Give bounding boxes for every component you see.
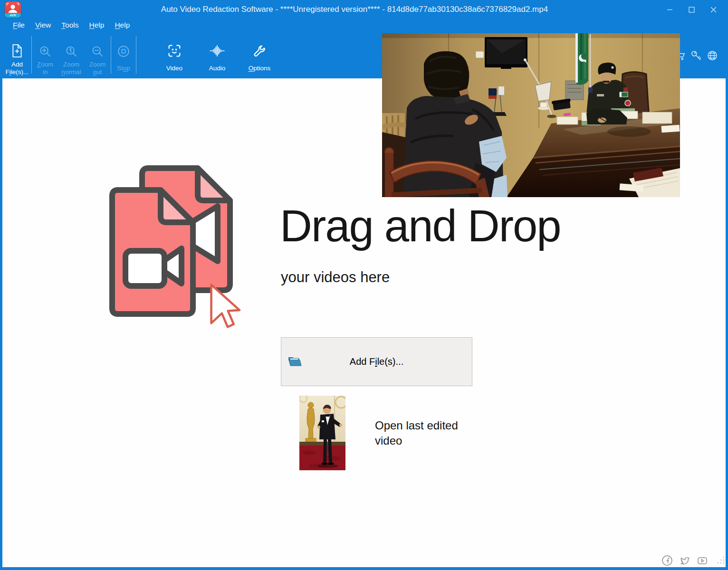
- app-icon: AVR: [5, 1, 21, 18]
- zoom-normal-icon: [64, 32, 78, 58]
- toolbar-label-line: Zoom: [37, 61, 54, 68]
- menu-file[interactable]: File: [8, 19, 30, 32]
- toolbar-label-line: File(s)...: [6, 68, 29, 76]
- titlebar[interactable]: AVR Auto Video Redaction Software - ****…: [0, 0, 728, 19]
- video-preview[interactable]: [382, 33, 680, 197]
- minimize-button[interactable]: [659, 0, 680, 19]
- toolbar-label-line: Options: [249, 65, 271, 72]
- maximize-icon: [689, 7, 695, 13]
- drag-drop-subheading: your videos here: [281, 269, 390, 286]
- resize-grip[interactable]: [717, 556, 725, 566]
- close-button[interactable]: [702, 0, 724, 19]
- toolbar-separator: [111, 36, 111, 74]
- close-icon: [710, 7, 717, 13]
- zoom-in-icon: [38, 32, 52, 58]
- toolbar-zoom-in-button: Zoom in: [33, 32, 57, 78]
- maximize-button[interactable]: [680, 0, 702, 19]
- toolbar-zoom-normal-button: Zoom normal: [57, 32, 85, 78]
- toolbar-video-button[interactable]: Video: [157, 32, 192, 78]
- toolbar-label-line: Zoom: [89, 61, 106, 68]
- open-folder-icon: [287, 355, 302, 370]
- menu-help-2[interactable]: Help: [109, 19, 135, 32]
- video-files-drop-icon: [108, 164, 247, 332]
- toolbar-label-line: Zoom: [61, 61, 81, 68]
- add-files-button-label: Add File(s)...: [281, 356, 472, 367]
- chrome-right-icons: [673, 49, 718, 62]
- window-title: Auto Video Redaction Software - ****Unre…: [57, 0, 652, 19]
- file-plus-icon: [10, 32, 24, 58]
- app-icon-label: AVR: [5, 13, 21, 18]
- toolbar-label-line: out: [89, 68, 106, 76]
- zoom-out-icon: [90, 32, 105, 58]
- face-scan-icon: [167, 32, 182, 58]
- video-frame-image: [382, 33, 680, 197]
- toolbar-zoom-out-button: Zoom out: [85, 32, 110, 78]
- window-border-right: [726, 0, 728, 570]
- key-icon[interactable]: [690, 49, 702, 62]
- window-border-left: [0, 0, 2, 570]
- toolbar-label-line: Stop: [117, 65, 130, 72]
- menu-tools[interactable]: Tools: [56, 19, 84, 32]
- twitter-icon[interactable]: [679, 555, 690, 566]
- globe-icon[interactable]: [706, 49, 718, 62]
- toolbar-add-files-button[interactable]: Add File(s)...: [4, 32, 30, 78]
- toolbar-label-line: Video: [166, 65, 182, 72]
- youtube-icon[interactable]: [697, 555, 708, 566]
- add-files-button[interactable]: Add File(s)...: [281, 337, 472, 386]
- menubar: File View Tools Help Help: [0, 19, 728, 32]
- open-last-label[interactable]: Open last edited video: [375, 418, 475, 448]
- toolbar-stop-button: Stop: [112, 32, 135, 78]
- toolbar-label-line: normal: [61, 68, 81, 76]
- window-border-bottom: [0, 567, 728, 570]
- menu-view[interactable]: View: [30, 19, 56, 32]
- toolbar-audio-button[interactable]: Audio: [200, 32, 234, 78]
- toolbar-label-line: in: [37, 68, 54, 76]
- toolbar-options-button[interactable]: Options: [241, 32, 278, 78]
- minimize-icon: [667, 7, 673, 13]
- facebook-icon[interactable]: [661, 555, 673, 566]
- menu-help[interactable]: Help: [84, 19, 110, 32]
- last-edited-thumbnail[interactable]: [299, 396, 345, 470]
- drag-drop-heading: Drag and Drop: [280, 200, 584, 252]
- thumbnail-image: [299, 396, 345, 470]
- toolbar-label-line: Audio: [209, 65, 226, 72]
- toolbar-label-line: Add: [6, 61, 29, 68]
- footer-social-icons: [661, 555, 708, 566]
- waveform-icon: [209, 32, 225, 58]
- wrench-icon: [252, 32, 267, 58]
- stop-icon: [116, 32, 131, 58]
- toolbar-separator: [31, 36, 32, 74]
- toolbar-separator: [136, 36, 136, 74]
- app-window: AVR Auto Video Redaction Software - ****…: [0, 0, 728, 570]
- window-controls: [659, 0, 724, 19]
